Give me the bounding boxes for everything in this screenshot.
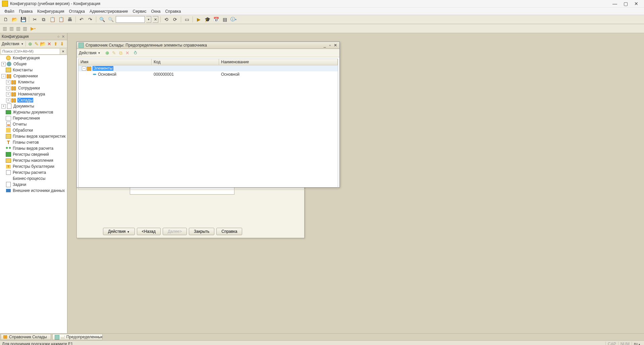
col-desc[interactable]: Наименование [219,59,338,65]
search-combo-clear-icon[interactable]: ✕ [153,16,158,23]
panel-search-input[interactable] [1,48,60,55]
tree-node[interactable]: Журналы документов [0,109,67,115]
tree-node[interactable]: Регистры сведений [0,151,67,157]
table-row[interactable]: −Элементы [78,65,338,71]
syntax-icon[interactable]: ▭ [183,16,191,23]
find-icon[interactable]: 🔍 [98,16,106,23]
undo-icon[interactable]: ↶ [78,16,85,23]
tree-node[interactable]: Перечисления [0,115,67,121]
panel-down-icon[interactable]: ⬇ [59,41,65,47]
child-maximize-icon[interactable]: ▫ [328,43,332,48]
tree-node[interactable]: Константы [0,67,67,73]
menu-config[interactable]: Конфигурация [35,8,67,14]
table-row[interactable]: Основной000000001Основной [78,71,338,77]
edit-tool-1-icon[interactable]: ▥ [2,26,7,31]
tree-node[interactable]: Бизнес-процессы [0,176,67,182]
panel-actions-label[interactable]: Действия [2,42,19,46]
tree-expander-icon[interactable]: + [1,104,6,109]
row-expander-icon[interactable]: − [82,66,86,71]
open-icon[interactable]: 📂 [11,16,18,23]
wizard-actions-button[interactable]: Действия▼ [103,228,135,235]
tree-node[interactable]: +Склады [0,97,67,103]
window-close-button[interactable]: ✕ [634,1,639,6]
tree-node[interactable]: +Клиенты [0,79,67,85]
tree-node[interactable]: ТПланы счетов [0,139,67,145]
debug-grad-icon[interactable]: 🎓 [204,16,211,23]
panel-add-icon[interactable]: ⊕ [28,41,33,47]
wizard-help-button[interactable]: Справка [216,228,242,235]
tree-expander-icon[interactable]: + [6,92,10,96]
panel-close-icon[interactable]: ✕ [61,34,65,39]
search-combo-dropdown-icon[interactable]: ▼ [146,16,151,23]
child-add-icon[interactable]: ⊕ [105,50,110,56]
tree-node[interactable]: Регистры накопления [0,157,67,163]
tree-node[interactable]: −Справочники [0,73,67,79]
tree-node[interactable]: +Сотрудники [0,85,67,91]
tree-node[interactable]: Задачи [0,182,67,188]
panel-pin-icon[interactable]: ○ [56,34,61,39]
menu-help[interactable]: Справка [163,8,183,14]
tree-node[interactable]: Отчеты [0,121,67,127]
debug-start-icon[interactable]: ▶ [195,16,202,23]
tree-node[interactable]: +Номенклатура [0,91,67,97]
menu-debug[interactable]: Отладка [67,8,87,14]
wizard-back-button[interactable]: <Назад [137,228,161,235]
tree-expander-icon[interactable]: + [1,62,6,66]
tree-node[interactable]: Внешние источники данных [0,188,67,194]
window-minimize-button[interactable]: — [612,1,617,6]
table-body[interactable]: −ЭлементыОсновной000000001Основной [78,65,338,190]
save-icon[interactable]: 💾 [19,16,27,23]
redo-icon[interactable]: ↷ [87,16,94,23]
nav-fwd-icon[interactable]: ⟳ [171,16,179,23]
menu-admin[interactable]: Администрирование [87,8,130,14]
panel-up-icon[interactable]: ⬆ [53,41,58,47]
tree-node[interactable]: Обработки [0,127,67,133]
col-name[interactable]: Имя [78,59,152,65]
child-actions-dropdown-icon[interactable]: ▼ [98,52,101,55]
tree-expander-icon[interactable]: + [6,98,10,102]
tree-expander-icon[interactable]: − [1,74,6,78]
cut-icon[interactable]: ✂ [31,16,39,23]
panel-folder-icon[interactable]: 📂 [40,41,46,47]
paste-icon[interactable]: 📋 [49,16,56,23]
search-combo[interactable] [116,16,145,23]
tree-node[interactable]: ТРегистры бухгалтерии [0,163,67,169]
tree-node[interactable]: +Общие [0,61,67,67]
child-title-bar[interactable]: Справочник Склады: Предопределенные элем… [77,42,339,49]
new-icon[interactable]: 🗋 [2,16,9,23]
calc-icon[interactable]: ▤ [221,16,228,23]
calendar-icon[interactable]: 📅 [212,16,220,23]
edit-tool-4-icon[interactable]: ▥ [22,26,28,31]
window-restore-button[interactable]: ▢ [623,1,628,6]
wizard-close-button[interactable]: Закрыть [189,228,214,235]
run-icon[interactable]: ▶▾ [30,26,36,31]
copy-icon[interactable]: ⧉ [40,16,47,23]
tree-node[interactable]: Планы видов расчета [0,145,67,151]
panel-delete-icon[interactable]: ✕ [47,41,52,47]
tree-expander-icon[interactable]: + [6,80,10,84]
child-actions-label[interactable]: Действия [79,51,97,55]
menu-edit[interactable]: Правка [17,8,35,14]
panel-search-clear-icon[interactable]: ✕ [60,48,66,55]
panel-actions-dropdown-icon[interactable]: ▼ [21,43,24,46]
taskbar-tab[interactable]: Справочник Склады [1,334,51,340]
info-icon[interactable]: ⓘ▾ [230,16,237,23]
child-close-icon[interactable]: ✕ [333,43,338,48]
find-replace-icon[interactable]: 🔍 [107,16,114,23]
edit-tool-3-icon[interactable]: ▥ [15,26,21,31]
edit-tool-2-icon[interactable]: ▥ [9,26,14,31]
paste-special-icon[interactable]: 📋 [57,16,65,23]
child-delete-icon[interactable]: ✕ [125,50,130,56]
child-edit-icon[interactable]: ✎ [111,50,117,56]
col-code[interactable]: Код [152,59,219,65]
child-copy-icon[interactable]: ⧉ [118,50,123,56]
tree-node[interactable]: +Документы [0,103,67,109]
tree-node[interactable]: Планы видов характеристик [0,133,67,139]
child-move-icon[interactable]: ⥁ [133,50,138,56]
tree-node[interactable]: Конфигурация [0,55,67,61]
child-minimize-icon[interactable]: _ [322,43,327,48]
config-tree[interactable]: Конфигурация+ОбщиеКонстанты−Справочники+… [0,55,67,333]
wizard-next-button[interactable]: Далее> [163,228,187,235]
tree-expander-icon[interactable]: + [6,86,10,90]
menu-file[interactable]: Файл [2,8,17,14]
